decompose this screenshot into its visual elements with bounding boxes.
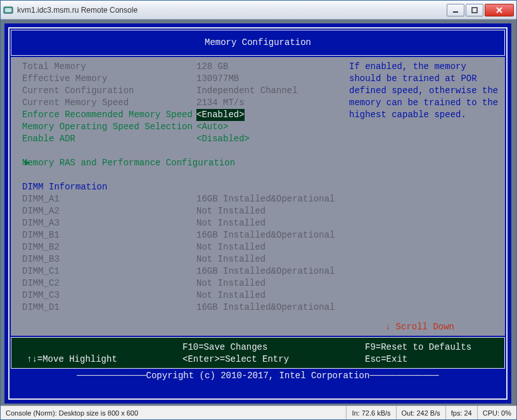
window-title: kvm1.idc3.msm.ru Remote Console <box>17 6 445 15</box>
dimm-row: DIMM_C2Not Installed <box>22 277 499 290</box>
dimm-row: DIMM_A116GB Installed&Operational <box>22 193 499 205</box>
help-panel: If enabled, the memory should be trained… <box>349 61 499 121</box>
status-cpu: CPU: 0% <box>477 406 516 419</box>
app-icon <box>3 5 13 15</box>
footer-reset: F9=Reset to Defaults <box>365 341 471 353</box>
scroll-hint: ↓ Scroll Down <box>385 321 454 333</box>
dimm-row: DIMM_D116GB Installed&Operational <box>22 302 499 314</box>
footer-save: F10=Save Changes <box>182 341 267 353</box>
client-area: Memory Configuration Total Memory128 GB … <box>1 20 516 405</box>
bios-content: Total Memory128 GB Effective Memory13097… <box>11 57 505 336</box>
dimm-row: DIMM_B3Not Installed <box>22 253 499 265</box>
dimm-row: DIMM_C116GB Installed&Operational <box>22 265 499 277</box>
status-out: Out: 242 B/s <box>396 406 445 419</box>
footer-select: <Enter>=Select Entry <box>182 353 289 366</box>
bios-footer: ↑↓=Move Highlight F10=Save Changes <Ente… <box>11 337 505 369</box>
svg-rect-1 <box>5 8 11 12</box>
svg-rect-3 <box>472 8 477 13</box>
bios-copyright: ─────────────Copyright (c) 2010-2017, In… <box>10 370 506 382</box>
submenu-ras[interactable]: ▶ Memory RAS and Performance Configurati… <box>22 157 499 169</box>
dimm-row: DIMM_B2Not Installed <box>22 241 499 253</box>
footer-nav: ↑↓=Move Highlight <box>27 353 117 366</box>
setting-enable-adr[interactable]: Enable ADR<Disabled> <box>22 133 499 145</box>
dimm-row: DIMM_B116GB Installed&Operational <box>22 229 499 241</box>
close-button[interactable] <box>485 4 514 16</box>
remote-console-window: kvm1.idc3.msm.ru Remote Console Memory C… <box>0 0 517 420</box>
dimm-heading: DIMM Information <box>22 181 499 193</box>
titlebar[interactable]: kvm1.idc3.msm.ru Remote Console <box>1 1 516 20</box>
status-fps: fps: 24 <box>445 406 477 419</box>
status-in: In: 72.6 kB/s <box>346 406 395 419</box>
bios-screen[interactable]: Memory Configuration Total Memory128 GB … <box>4 23 511 404</box>
submenu-arrow-icon: ▶ <box>25 157 30 169</box>
statusbar: Console (Norm): Desktop size is 800 x 60… <box>1 405 516 419</box>
footer-exit: Esc=Exit <box>365 353 407 366</box>
dimm-row: DIMM_A2Not Installed <box>22 205 499 217</box>
bios-header: Memory Configuration <box>11 30 505 56</box>
dimm-row: DIMM_A3Not Installed <box>22 217 499 229</box>
dimm-row: DIMM_C3Not Installed <box>22 290 499 302</box>
status-console: Console (Norm): Desktop size is 800 x 60… <box>1 406 346 419</box>
minimize-button[interactable] <box>447 4 464 16</box>
setting-operating-speed[interactable]: Memory Operating Speed Selection<Auto> <box>22 121 499 133</box>
maximize-button[interactable] <box>466 4 483 16</box>
